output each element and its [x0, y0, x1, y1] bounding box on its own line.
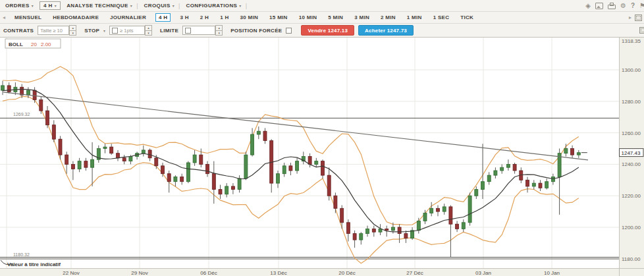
candle-body — [186, 163, 190, 182]
candle-body — [78, 161, 81, 169]
timeframe-10-min[interactable]: 10 MIN — [297, 13, 319, 22]
timeframe-1-h[interactable]: 1 H — [218, 13, 230, 22]
candle-body — [577, 153, 580, 155]
limite-stepper[interactable]: ▴▾ — [215, 25, 223, 36]
candle-body — [219, 190, 222, 194]
limite-checkbox[interactable] — [185, 28, 191, 34]
sell-button[interactable]: Vendre 1247.13 — [301, 25, 354, 36]
candle-body — [277, 174, 280, 183]
timeframe-4-h[interactable]: 4 H — [155, 13, 171, 22]
chart-note: Valeur à titre indicatif — [7, 262, 61, 267]
contrats-size-input[interactable]: Taille ≥ 10 — [38, 26, 69, 35]
timeframe-2-min[interactable]: 2 MIN — [379, 13, 398, 22]
candle-body — [506, 164, 510, 167]
popout-icon[interactable] — [635, 14, 642, 21]
candle-body — [193, 155, 196, 163]
candle-body — [391, 227, 394, 231]
flag-icon[interactable]: ⚑ — [639, 3, 644, 9]
stop-caret-icon[interactable]: ▾ — [103, 28, 105, 33]
timeframe-1-sec[interactable]: 1 SEC — [431, 13, 452, 22]
candle-body — [539, 183, 542, 188]
printer-icon[interactable] — [608, 5, 616, 9]
timeframe-3-h[interactable]: 3 H — [178, 13, 190, 22]
candle-body — [372, 229, 375, 232]
timeframe-15-min[interactable]: 15 MIN — [267, 13, 290, 22]
menu-item-croquis[interactable]: CROQUIS▾ — [144, 3, 175, 9]
stop-checkbox[interactable] — [112, 28, 118, 34]
panel-icon[interactable] — [639, 27, 644, 34]
gear-icon[interactable]: ⚙ — [620, 3, 626, 9]
price-tick-label: 1180.00 — [622, 256, 641, 262]
date-tick-label: 27 Déc — [406, 270, 423, 276]
candle-body — [282, 166, 286, 174]
timeframe-30-min[interactable]: 30 MIN — [238, 13, 261, 22]
image-icon[interactable] — [595, 3, 603, 9]
candle-body — [564, 149, 568, 153]
scroll-left-icon[interactable]: ◂ — [3, 14, 5, 20]
candle-body — [321, 161, 325, 176]
candle-body — [462, 223, 465, 229]
indicator-period: 20 — [31, 41, 37, 47]
candle-body — [200, 155, 203, 164]
timeframe-hebdomadaire[interactable]: HEBDOMADAIRE — [51, 13, 101, 22]
candle-body — [231, 186, 234, 190]
candle-body — [443, 207, 446, 211]
level-label: 1180.32 — [13, 252, 30, 257]
indicator-legend[interactable]: BOLL202.00 — [5, 39, 61, 48]
candle-body — [353, 234, 356, 240]
candle-body — [142, 150, 145, 153]
candle-body — [308, 157, 311, 165]
indicator-deviation: 2.00 — [41, 41, 51, 47]
candle-body — [494, 171, 497, 175]
current-price-label: 1247.43 — [620, 149, 644, 157]
date-tick-label: 03 Jan — [475, 270, 491, 276]
help-icon[interactable]: ? — [631, 3, 635, 9]
timeframe-mensuel[interactable]: MENSUEL — [13, 13, 43, 22]
contrats-stepper[interactable]: ▴▾ — [69, 25, 76, 36]
candle-body — [513, 164, 516, 171]
candle-body — [340, 208, 344, 223]
menu-item-ordres[interactable]: ORDRES▾ — [5, 3, 34, 9]
stop-stepper[interactable]: ▴▾ — [145, 25, 152, 36]
stop-label: STOP — [84, 28, 99, 34]
candle-body — [1, 86, 5, 90]
candle-body — [238, 179, 241, 190]
candle-body — [7, 86, 11, 92]
layers-icon[interactable]: ◈ — [585, 3, 591, 9]
scroll-right-icon[interactable]: ▸ — [629, 14, 631, 20]
candle-body — [315, 161, 318, 165]
timeframe-2-h[interactable]: 2 H — [198, 13, 211, 22]
chevron-down-icon: ▾ — [32, 3, 34, 8]
price-chart[interactable]: 1269.321180.321318.351300.001280.001260.… — [0, 38, 644, 276]
timeframe-tick[interactable]: TICK — [458, 13, 475, 22]
timeframe-1-min[interactable]: 1 MIN — [405, 13, 424, 22]
candle-body — [327, 175, 331, 196]
timeframe-3-min[interactable]: 3 MIN — [352, 13, 371, 22]
price-tick-label: 1200.00 — [622, 225, 641, 231]
timeframe-journalier[interactable]: JOURNALIER — [108, 13, 148, 22]
buy-button[interactable]: Acheter 1247.73 — [358, 25, 414, 36]
date-tick-label: 20 Déc — [338, 270, 355, 276]
candle-body — [500, 167, 504, 171]
limite-label: LIMITE — [160, 28, 178, 34]
timeframe-5-min[interactable]: 5 MIN — [326, 13, 345, 22]
menu-item-configurations[interactable]: CONFIGURATIONS▾ — [186, 3, 241, 9]
chevron-down-icon: ▾ — [239, 3, 241, 8]
candle-body — [366, 229, 369, 233]
indicator-name: BOLL — [9, 41, 23, 47]
price-tick-label: 1280.00 — [622, 99, 641, 105]
candle-body — [52, 125, 55, 140]
menu-item-analyse-technique[interactable]: ANALYSE TECHNIQUE▾ — [67, 3, 132, 9]
candle-body — [475, 190, 478, 196]
price-tick-label: 1240.00 — [622, 161, 641, 167]
position-forcee-checkbox[interactable] — [286, 28, 292, 34]
candle-body — [103, 147, 107, 148]
candle-body — [468, 196, 471, 223]
limite-input[interactable] — [182, 26, 215, 35]
candle-body — [456, 224, 459, 229]
candle-body — [129, 157, 132, 161]
candle-body — [430, 208, 433, 213]
menu-item-4-h[interactable]: 4 H▾ — [40, 1, 61, 10]
stop-input[interactable]: ≥ 1pts — [109, 26, 145, 35]
price-tick-label: 1318.35 — [622, 38, 641, 44]
